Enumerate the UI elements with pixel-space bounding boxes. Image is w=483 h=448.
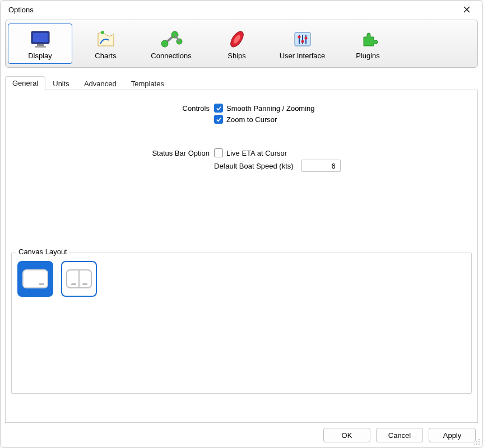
zoom-to-cursor-label: Zoom to Cursor: [226, 115, 277, 124]
svg-point-32: [479, 444, 480, 445]
connections-icon: [160, 29, 183, 49]
ships-icon: [226, 29, 248, 49]
category-label: User Interface: [280, 52, 326, 60]
display-icon: [29, 29, 52, 49]
svg-rect-5: [35, 46, 46, 48]
user-interface-icon: [291, 29, 314, 49]
tab-panel-general: Controls Smooth Panning / Zooming Zoom t…: [5, 90, 478, 423]
canvas-layout-legend: Canvas Layout: [16, 248, 69, 256]
category-label: Charts: [95, 52, 116, 60]
category-label: Plugins: [356, 52, 380, 60]
subtabs: General Units Advanced Templates: [5, 76, 478, 90]
plugins-icon: [357, 29, 379, 49]
live-eta-checkbox[interactable]: [214, 148, 223, 157]
svg-rect-3: [33, 33, 48, 42]
canvas-layout-single[interactable]: [17, 261, 53, 297]
apply-button[interactable]: Apply: [429, 428, 476, 442]
boat-speed-input[interactable]: [301, 160, 341, 172]
tab-templates[interactable]: Templates: [124, 77, 171, 90]
smooth-panning-label: Smooth Panning / Zooming: [226, 104, 315, 113]
category-label: Ships: [227, 52, 246, 60]
tab-advanced[interactable]: Advanced: [77, 77, 124, 90]
category-toolbar: Display Charts: [5, 20, 478, 68]
svg-point-30: [474, 444, 475, 445]
cancel-button[interactable]: Cancel: [376, 428, 423, 442]
resize-grip-icon[interactable]: [473, 438, 481, 446]
svg-point-31: [476, 444, 477, 445]
titlebar: Options: [1, 1, 482, 18]
category-ships[interactable]: Ships: [205, 24, 269, 64]
options-window: Options Display: [0, 0, 483, 448]
svg-point-8: [161, 40, 168, 47]
category-charts[interactable]: Charts: [73, 24, 138, 64]
boat-speed-label: Default Boat Speed (kts): [214, 162, 294, 170]
zoom-to-cursor-checkbox[interactable]: [214, 115, 223, 124]
svg-rect-26: [82, 283, 87, 285]
category-user-interface[interactable]: User Interface: [270, 24, 335, 64]
smooth-panning-checkbox[interactable]: [214, 104, 223, 113]
category-plugins[interactable]: Plugins: [336, 24, 400, 64]
dialog-footer: OK Cancel Apply: [1, 423, 482, 447]
category-connections[interactable]: Connections: [139, 24, 203, 64]
content: Display Charts: [5, 20, 478, 423]
controls-label: Controls: [15, 104, 214, 113]
svg-rect-25: [71, 283, 76, 285]
canvas-layout-group: Canvas Layout: [11, 253, 472, 394]
svg-point-19: [301, 40, 304, 43]
svg-point-28: [476, 441, 477, 442]
split-pane-icon: [66, 268, 92, 290]
svg-rect-4: [37, 44, 44, 46]
tab-general[interactable]: General: [5, 76, 45, 90]
svg-rect-22: [39, 283, 44, 285]
charts-icon: [95, 29, 117, 49]
tab-units[interactable]: Units: [45, 77, 77, 90]
window-title: Options: [8, 6, 34, 14]
statusbar-label: Status Bar Option: [15, 149, 214, 157]
close-button[interactable]: [456, 3, 478, 16]
canvas-layout-split[interactable]: [61, 261, 97, 297]
live-eta-label: Live ETA at Cursor: [226, 149, 287, 157]
svg-point-29: [479, 441, 480, 442]
category-display[interactable]: Display: [8, 24, 72, 64]
svg-point-20: [304, 37, 307, 40]
category-label: Display: [28, 52, 52, 60]
single-pane-icon: [22, 268, 49, 290]
ok-button[interactable]: OK: [323, 428, 370, 442]
svg-point-6: [101, 31, 104, 34]
category-label: Connections: [151, 52, 191, 60]
svg-rect-21: [23, 270, 48, 288]
close-icon: [463, 6, 470, 13]
svg-point-18: [298, 36, 300, 39]
svg-point-27: [479, 439, 480, 440]
